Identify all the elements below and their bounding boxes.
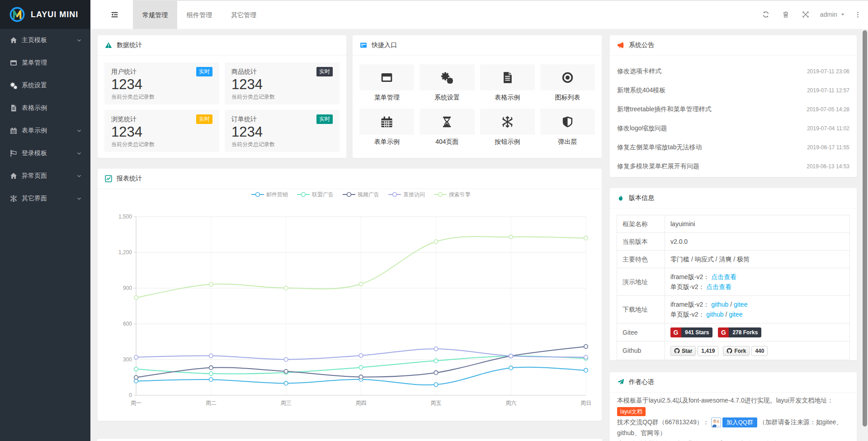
collapse-menu-button[interactable] <box>106 0 123 29</box>
quick-entry-label: 表格示例 <box>480 94 535 102</box>
sidebar-item-3[interactable]: 系统设置 <box>0 74 90 97</box>
svg-text:邮件营销: 邮件营销 <box>266 191 288 198</box>
github-star-count[interactable]: 1,419 <box>698 346 718 356</box>
version-row-value: iframe版-v2： github / gitee单页版-v2： github… <box>665 296 850 323</box>
quick-entry-label: 404页面 <box>420 138 474 146</box>
announcement-5[interactable]: 修复左侧菜单缩放tab无法移动2019-06-17 11:55 <box>617 138 849 157</box>
quick-entry-3[interactable]: 表格示例 <box>480 64 535 102</box>
github-fork-count[interactable]: 440 <box>751 346 768 356</box>
svg-text:周二: 周二 <box>206 400 217 406</box>
sidebar-item-7[interactable]: 异常页面 <box>0 165 90 187</box>
app-logo[interactable]: LAYUI MINI <box>0 0 90 29</box>
link[interactable]: github <box>706 311 723 318</box>
github-fork-button[interactable]: Fork <box>723 346 750 356</box>
announcement-time: 2019-07-11 12:57 <box>807 87 849 94</box>
tab-2[interactable]: 组件管理 <box>177 1 222 29</box>
sidebar-item-2[interactable]: 菜单管理 <box>0 52 90 74</box>
stat-value: 1234 <box>231 77 333 92</box>
link[interactable]: gitee <box>729 311 742 318</box>
home-icon <box>10 172 17 180</box>
gitee-badge[interactable]: G278 Forks <box>718 327 761 337</box>
panel-quick-entry: 快捷入口 菜单管理系统设置表格示例图标列表表单示例404页面按钮示例弹出层 <box>352 35 602 158</box>
announcement-3[interactable]: 新增treetable插件和菜单管理样式2019-07-05 14:28 <box>617 100 849 119</box>
announcement-6[interactable]: 修复多模块菜单栏展开有问题2019-06-13 14:53 <box>617 157 849 176</box>
user-dropdown[interactable]: admin <box>820 11 845 18</box>
quick-entry-1[interactable]: 菜单管理 <box>359 64 414 102</box>
version-row-label: Github <box>617 341 665 360</box>
tab-bar: 常规管理组件管理其它管理 <box>133 1 266 29</box>
stat-badge: 实时 <box>316 67 333 76</box>
quick-entry-5[interactable]: 表单示例 <box>359 109 414 146</box>
announcement-text: 修改选项卡样式 <box>617 67 661 76</box>
quick-entry-8[interactable]: 弹出层 <box>540 109 595 146</box>
scrollbar-thumb[interactable] <box>863 30 867 427</box>
version-row-label: Gitee <box>617 323 665 341</box>
stat-card-2: 商品统计实时1234当前分类总记录数 <box>225 62 340 104</box>
sidebar-item-6[interactable]: 登录模板 <box>0 142 90 165</box>
quick-entry-2[interactable]: 系统设置 <box>420 64 474 102</box>
svg-text:600: 600 <box>123 321 132 327</box>
sidebar-item-5[interactable]: 表单示例 <box>0 119 90 142</box>
link[interactable]: 点击查看 <box>711 273 736 280</box>
announcement-4[interactable]: 修改logo缩放问题2019-07-04 11:02 <box>617 119 849 138</box>
version-row-label: 框架名称 <box>617 215 665 233</box>
paper-plane-icon <box>617 379 624 386</box>
quick-entry-label: 表单示例 <box>359 138 414 146</box>
stat-badge: 实时 <box>196 114 212 124</box>
gitee-badge[interactable]: G941 Stars <box>670 327 712 337</box>
clear-cache-button[interactable] <box>776 0 796 29</box>
link[interactable]: 点击查看 <box>706 283 731 290</box>
version-row-value: G941 StarsG278 Forks <box>665 323 850 341</box>
stat-title: 订单统计 <box>231 115 257 123</box>
quick-entry-7[interactable]: 按钮示例 <box>480 109 535 146</box>
sidebar-item-4[interactable]: 表格示例 <box>0 97 90 119</box>
link[interactable]: gitee <box>734 301 747 308</box>
version-row-value: layuimini <box>665 215 850 233</box>
panel-version-info: 版本信息 框架名称layuimini当前版本v2.0.0主要特色零门槛 / 响应… <box>609 188 857 360</box>
tab-3[interactable]: 其它管理 <box>222 1 266 29</box>
svg-text:0: 0 <box>129 392 132 398</box>
scrollbar[interactable] <box>862 29 868 441</box>
svg-text:周一: 周一 <box>131 400 142 406</box>
svg-text:搜索引擎: 搜索引擎 <box>449 191 471 198</box>
panel-title: 作者心语 <box>629 378 654 386</box>
refresh-button[interactable] <box>756 0 776 29</box>
svg-text:周三: 周三 <box>281 400 292 406</box>
panel-data-stats-header: 数据统计 <box>98 35 346 56</box>
announcement-text: 修复左侧菜单缩放tab无法移动 <box>617 143 702 152</box>
tab-1[interactable]: 常规管理 <box>133 1 177 29</box>
sidebar-menu: 主页模板菜单管理系统设置表格示例表单示例登录模板异常页面其它界面 <box>0 29 90 210</box>
panel-quick-entry-header: 快捷入口 <box>353 35 602 56</box>
stat-value: 1234 <box>231 124 333 140</box>
fullscreen-button[interactable] <box>796 0 816 29</box>
link[interactable]: github <box>711 301 728 308</box>
layui-doc-badge[interactable]: layui文档 <box>617 407 646 416</box>
header-actions: admin <box>756 0 863 29</box>
svg-text:直接访问: 直接访问 <box>403 191 425 198</box>
stat-caption: 当前分类总记录数 <box>231 141 333 148</box>
version-row-label: 演示地址 <box>617 268 665 296</box>
line-chart: 03006009001,2001,500周一周二周三周四周五周六周日邮件营销联盟… <box>98 189 602 421</box>
announcement-1[interactable]: 修改选项卡样式2019-07-11 23:06 <box>617 62 849 81</box>
panel-title: 数据统计 <box>117 41 142 49</box>
version-row-7: GithubStar1,419Fork440 <box>617 341 850 360</box>
hourglass-icon <box>420 109 474 135</box>
stat-card-3: 浏览统计实时1234当前分类总记录数 <box>104 110 219 152</box>
sidebar-item-8[interactable]: 其它界面 <box>0 187 90 210</box>
panel-author-words: 作者心语 本模板基于layui2.5.4以及font-awesome-4.7.0… <box>609 372 857 441</box>
quick-entry-label: 按钮示例 <box>480 138 535 146</box>
qq-group-icon <box>711 417 721 427</box>
svg-text:周六: 周六 <box>505 400 516 406</box>
join-qq-group-button[interactable]: 加入QQ群 <box>722 417 757 427</box>
announcement-2[interactable]: 新增系统404模板2019-07-11 12:57 <box>617 81 849 100</box>
github-star-button[interactable]: Star <box>670 346 696 356</box>
version-row-value: Star1,419Fork440 <box>665 341 850 360</box>
header: 常规管理组件管理其它管理 admin <box>90 0 868 29</box>
sidebar-item-1[interactable]: 主页模板 <box>0 29 90 52</box>
quick-entry-4[interactable]: 图标列表 <box>540 64 595 102</box>
sidebar-item-label: 登录模板 <box>22 149 76 157</box>
more-menu-button[interactable] <box>852 0 863 29</box>
sidebar-item-label: 菜单管理 <box>22 59 82 67</box>
svg-text:视频广告: 视频广告 <box>357 191 379 198</box>
quick-entry-6[interactable]: 404页面 <box>420 109 474 146</box>
